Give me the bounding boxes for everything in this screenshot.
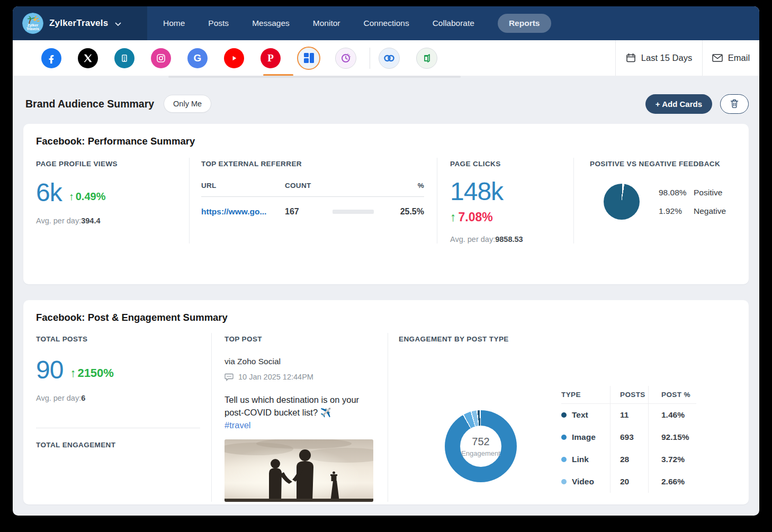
post-type-row-link: Link 28 3.72% <box>561 448 696 471</box>
date-range-label: Last 15 Days <box>641 53 692 63</box>
nav-item-posts[interactable]: Posts <box>208 19 229 28</box>
positive-label: Positive <box>694 188 722 197</box>
top-post-widget: TOP POST via Zoho Social 10 Jan 2025 12:… <box>212 333 388 502</box>
report-content: Brand Audience Summary Only Me + Add Car… <box>13 93 759 504</box>
legend-dot-link <box>561 457 567 462</box>
youtube-icon[interactable] <box>224 48 244 68</box>
nav-item-collaborate[interactable]: Collaborate <box>433 19 474 28</box>
top-post-image[interactable] <box>225 439 373 502</box>
referrer-count: 167 <box>285 207 333 217</box>
top-post-label: TOP POST <box>225 335 375 343</box>
engagement-donut-center: 752 Engagement <box>460 426 501 467</box>
page-profile-views-value: 6k <box>36 182 62 204</box>
top-external-referrer-widget: TOP EXTERNAL REFERRER URL COUNT % https:… <box>190 158 437 244</box>
channel-filter-row: G P <box>13 40 759 76</box>
app-window: Zylker Travels ZylkerTravels Home Posts … <box>13 6 759 516</box>
referrer-row: https://www.go... 167 25.5% <box>201 207 424 217</box>
nav-item-monitor[interactable]: Monitor <box>313 19 340 28</box>
referrer-url-link[interactable]: https://www.go... <box>201 207 285 217</box>
page-clicks-change: ↑7.08% <box>450 210 573 224</box>
col-post-pct: POST % <box>648 386 696 403</box>
referrer-bar-track <box>333 210 374 214</box>
referrer-col-count: COUNT <box>285 182 333 190</box>
engagement-by-post-type-widget: ENGAGEMENT BY POST TYPE 752 Engagement T… <box>388 333 736 502</box>
page-title: Brand Audience Summary <box>25 98 154 110</box>
page-clicks-label: PAGE CLICKS <box>450 160 573 168</box>
channel-row-scrollbar[interactable] <box>168 76 461 78</box>
chevron-down-icon <box>115 22 121 26</box>
engagement-total-value: 752 <box>472 436 489 448</box>
performance-card-title: Facebook: Performance Summary <box>36 136 736 147</box>
total-posts-widget: TOTAL POSTS 90 ↑2150% Avg. per day:6 TOT… <box>36 333 212 502</box>
negative-label: Negative <box>694 206 726 216</box>
engagement-total-label: Engagement <box>461 449 500 457</box>
feedback-widget: POSITIVE VS NEGATIVE FEEDBACK 98.08% Pos… <box>574 158 736 244</box>
report-controls: Last 15 Days Email <box>615 40 759 76</box>
page-header: Brand Audience Summary Only Me + Add Car… <box>23 93 749 114</box>
top-post-date-row: 10 Jan 2025 12:44PM <box>225 373 375 381</box>
facebook-icon[interactable] <box>41 48 61 68</box>
delete-dashboard-button[interactable] <box>720 94 749 114</box>
post-type-table: TYPE POSTS POST % Text 11 1.46% Image 69… <box>561 386 696 493</box>
nav-item-connections[interactable]: Connections <box>363 19 409 28</box>
engagement-card-title: Facebook: Post & Engagement Summary <box>36 312 736 323</box>
page-profile-views-widget: PAGE PROFILE VIEWS 6k ↑0.49% Avg. per da… <box>36 158 190 244</box>
zoho-crm-icon[interactable] <box>379 48 400 69</box>
page-profile-views-label: PAGE PROFILE VIEWS <box>36 160 189 168</box>
engagement-by-post-type-label: ENGAGEMENT BY POST TYPE <box>399 335 736 343</box>
zoho-desk-icon[interactable] <box>416 48 437 69</box>
comment-icon <box>225 373 234 381</box>
referrer-percent: 25.5% <box>391 207 424 217</box>
visibility-button[interactable]: Only Me <box>164 95 211 113</box>
email-label: Email <box>728 53 750 63</box>
top-post-via: via Zoho Social <box>225 357 375 366</box>
total-posts-value: 90 <box>36 359 63 381</box>
total-posts-change: ↑2150% <box>70 366 114 381</box>
post-type-row-image: Image 693 92.15% <box>561 426 696 448</box>
pinterest-icon[interactable]: P <box>261 48 281 68</box>
calendar-icon <box>626 53 636 63</box>
page-clicks-widget: PAGE CLICKS 148k ↑7.08% Avg. per day:985… <box>437 158 574 244</box>
total-posts-label: TOTAL POSTS <box>36 335 211 343</box>
total-engagement-label: TOTAL ENGAGEMENT <box>36 441 211 449</box>
page-clicks-value: 148k <box>450 181 503 203</box>
feedback-negative-row: 1.92% Negative <box>659 206 726 216</box>
nav-item-reports-active[interactable]: Reports <box>498 14 551 33</box>
google-business-icon[interactable]: G <box>187 48 208 68</box>
positive-percent: 98.08% <box>659 188 688 197</box>
up-arrow-icon: ↑ <box>450 210 456 224</box>
schedule-icon[interactable] <box>335 48 356 69</box>
trash-icon <box>730 99 739 109</box>
post-type-table-header: TYPE POSTS POST % <box>561 386 696 404</box>
dashboard-grid-icon <box>304 53 314 63</box>
referrer-col-pct: % <box>391 182 424 190</box>
up-arrow-icon: ↑ <box>70 366 76 380</box>
nav-item-home[interactable]: Home <box>163 19 185 28</box>
channel-divider <box>370 48 370 69</box>
email-button[interactable]: Email <box>702 40 759 76</box>
referrer-table: URL COUNT % https://www.go... 167 25.5% <box>201 182 424 217</box>
top-navbar: Zylker Travels ZylkerTravels Home Posts … <box>13 6 759 40</box>
brand-switcher[interactable]: Zylker Travels ZylkerTravels <box>13 6 147 40</box>
total-posts-avg: Avg. per day:6 <box>36 394 211 402</box>
top-post-hashtag[interactable]: #travel <box>225 420 251 430</box>
top-post-date: 10 Jan 2025 12:44PM <box>238 373 313 381</box>
feedback-pie-chart <box>604 184 640 220</box>
top-external-referrer-label: TOP EXTERNAL REFERRER <box>201 160 424 168</box>
instagram-icon[interactable] <box>151 48 171 68</box>
widget-divider <box>36 428 200 428</box>
page-profile-views-change: ↑0.49% <box>69 191 106 204</box>
up-arrow-icon: ↑ <box>69 191 74 202</box>
add-cards-button[interactable]: + Add Cards <box>645 94 712 114</box>
x-twitter-icon[interactable] <box>78 48 98 68</box>
brand-name: ZylkerTravels <box>49 18 108 29</box>
post-type-row-text: Text 11 1.46% <box>561 404 696 426</box>
legend-dot-video <box>561 479 567 484</box>
main-nav: Home Posts Messages Monitor Connections … <box>163 6 551 40</box>
page-profile-views-avg: Avg. per day:394.4 <box>36 217 189 225</box>
all-channels-icon-selected[interactable] <box>297 47 320 70</box>
nav-item-messages[interactable]: Messages <box>252 19 290 28</box>
feedback-legend: 98.08% Positive 1.92% Negative <box>659 188 726 216</box>
company-page-icon[interactable] <box>114 48 134 68</box>
date-range-button[interactable]: Last 15 Days <box>615 40 702 76</box>
